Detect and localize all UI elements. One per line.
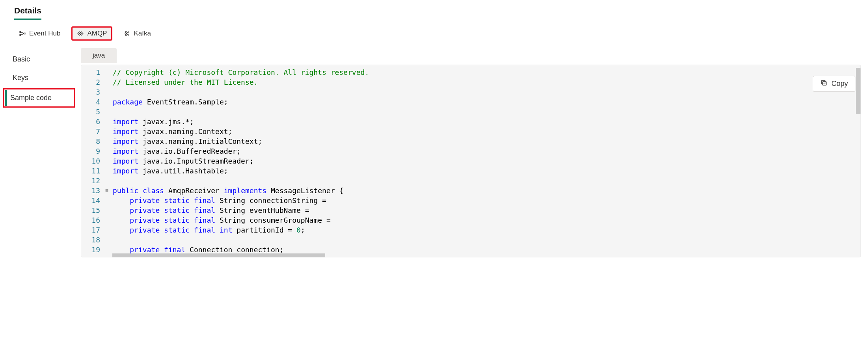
copy-icon — [820, 79, 827, 88]
protocol-tab-eventhub[interactable]: Event Hub — [14, 27, 65, 40]
svg-rect-14 — [823, 82, 826, 85]
line-number-gutter: 12345678910111213141516171819 — [81, 65, 103, 257]
fold-indicator — [103, 146, 110, 156]
details-tab[interactable]: Details — [14, 6, 41, 20]
fold-indicator — [103, 205, 110, 215]
fold-indicator — [103, 245, 110, 255]
protocol-tab-bar: Event HubAMQPKafka — [0, 20, 868, 44]
fold-indicator — [103, 195, 110, 205]
code-line: import java.util.Hashtable; — [113, 166, 861, 176]
fold-indicator — [103, 166, 110, 176]
sidebar-nav: BasicKeysSample code — [0, 44, 75, 257]
line-number: 7 — [81, 127, 100, 136]
line-number: 8 — [81, 136, 100, 146]
code-line: private static final String eventHubName… — [113, 205, 861, 215]
code-line: private static final String connectionSt… — [113, 195, 861, 205]
line-number: 6 — [81, 117, 100, 127]
code-line — [113, 87, 861, 97]
svg-point-6 — [125, 35, 127, 36]
language-tab-java[interactable]: java — [81, 48, 117, 63]
code-line: import java.io.BufferedReader; — [113, 146, 861, 156]
fold-indicator — [103, 87, 110, 97]
line-number: 2 — [81, 77, 100, 87]
code-line — [113, 176, 861, 186]
line-number: 14 — [81, 195, 100, 205]
line-number: 13 — [81, 186, 100, 195]
code-line — [113, 107, 861, 117]
sidebar-item-basic[interactable]: Basic — [7, 51, 71, 67]
copy-button[interactable]: Copy — [813, 76, 855, 92]
protocol-tab-label: AMQP — [87, 30, 107, 37]
fold-indicator — [103, 127, 110, 136]
language-tab-bar: java — [81, 48, 861, 63]
code-line: // Copyright (c) Microsoft Corporation. … — [113, 67, 861, 77]
svg-line-3 — [21, 32, 24, 34]
svg-rect-0 — [20, 32, 21, 33]
code-line: package EventStream.Sample; — [113, 97, 861, 107]
sidebar-item-keys[interactable]: Keys — [7, 70, 71, 86]
fold-indicator — [103, 67, 110, 77]
eventhub-icon — [19, 30, 26, 37]
svg-point-9 — [128, 34, 129, 35]
line-number: 16 — [81, 215, 100, 225]
line-number: 4 — [81, 97, 100, 107]
fold-indicator — [103, 107, 110, 117]
svg-line-4 — [21, 34, 24, 35]
svg-point-8 — [128, 32, 129, 33]
code-content[interactable]: // Copyright (c) Microsoft Corporation. … — [110, 65, 861, 257]
protocol-tab-label: Event Hub — [29, 30, 60, 37]
amqp-icon — [77, 30, 84, 37]
code-line: import javax.naming.Context; — [113, 127, 861, 136]
fold-indicator — [103, 235, 110, 245]
protocol-tab-kafka[interactable]: Kafka — [119, 27, 155, 40]
code-line: import javax.naming.InitialContext; — [113, 136, 861, 146]
sidebar-item-sample[interactable]: Sample code — [5, 90, 73, 106]
copy-button-label: Copy — [831, 80, 848, 88]
svg-point-5 — [125, 31, 127, 32]
fold-indicator — [103, 215, 110, 225]
line-number: 12 — [81, 176, 100, 186]
line-number: 17 — [81, 225, 100, 235]
fold-indicator — [103, 97, 110, 107]
details-header: Details — [0, 0, 868, 20]
fold-indicator — [103, 176, 110, 186]
svg-rect-15 — [821, 80, 825, 84]
main-content: java Copy 12345678910111213141516171819 … — [75, 44, 868, 257]
code-line: import javax.jms.*; — [113, 117, 861, 127]
code-editor[interactable]: 12345678910111213141516171819 ⊟ // Copyr… — [81, 65, 861, 257]
fold-indicator — [103, 156, 110, 166]
line-number: 15 — [81, 205, 100, 215]
kafka-icon — [123, 30, 130, 37]
line-number: 11 — [81, 166, 100, 176]
line-number: 9 — [81, 146, 100, 156]
fold-gutter: ⊟ — [103, 65, 110, 257]
horizontal-scrollbar-track[interactable] — [112, 253, 325, 257]
code-line — [113, 235, 861, 245]
code-line: // Licensed under the MIT License. — [113, 77, 861, 87]
protocol-tab-amqp[interactable]: AMQP — [72, 27, 112, 40]
line-number: 3 — [81, 87, 100, 97]
fold-indicator — [103, 225, 110, 235]
svg-line-10 — [127, 33, 128, 34]
vertical-scrollbar-thumb[interactable] — [856, 68, 861, 114]
line-number: 5 — [81, 107, 100, 117]
code-line: public class AmqpReceiver implements Mes… — [113, 186, 861, 195]
code-line: private static final String consumerGrou… — [113, 215, 861, 225]
fold-indicator[interactable]: ⊟ — [103, 186, 110, 195]
line-number: 19 — [81, 245, 100, 255]
protocol-tab-label: Kafka — [134, 30, 151, 37]
svg-rect-1 — [20, 34, 21, 35]
fold-indicator — [103, 77, 110, 87]
fold-indicator — [103, 117, 110, 127]
fold-indicator — [103, 136, 110, 146]
line-number: 10 — [81, 156, 100, 166]
svg-rect-2 — [24, 33, 25, 34]
line-number: 18 — [81, 235, 100, 245]
code-line: private static final int partitionId = 0… — [113, 225, 861, 235]
line-number: 1 — [81, 67, 100, 77]
svg-line-11 — [127, 34, 128, 35]
code-line: import java.io.InputStreamReader; — [113, 156, 861, 166]
horizontal-scrollbar-thumb[interactable] — [112, 253, 325, 257]
